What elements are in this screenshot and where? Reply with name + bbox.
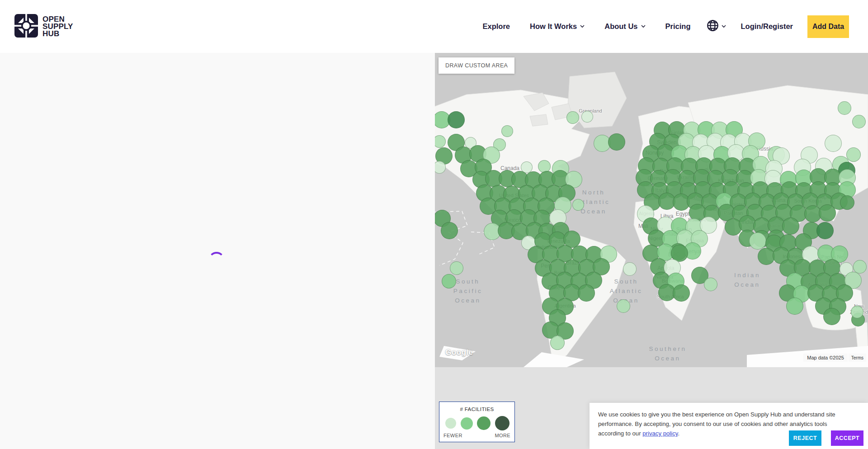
facility-cluster[interactable] [851,306,863,318]
map-panel: CanadaUnited StatesMexicoVenezuelaColomb… [435,53,868,449]
facilities-legend: # FACILITIES FEWER MORE [439,402,515,442]
logo-wordmark: OPEN SUPPLY HUB [42,16,73,38]
facility-cluster[interactable] [448,111,465,128]
facility-cluster[interactable] [704,278,717,291]
map-ocean-label: Indian Ocean [734,271,760,290]
facility-cluster[interactable] [819,204,836,222]
map-country-label: Egypt [676,211,690,217]
legend-scale-dot [477,416,491,430]
legend-scale-dot [461,417,473,430]
facility-cluster[interactable] [816,222,834,239]
language-selector[interactable] [707,19,726,33]
facility-cluster[interactable] [838,101,851,115]
privacy-policy-link[interactable]: privacy policy [642,430,678,437]
facility-cluster[interactable] [608,133,625,151]
nav-item-label: Pricing [665,22,691,31]
globe-icon [707,19,719,33]
facility-cluster[interactable] [450,261,463,275]
legend-scale-dot [445,418,456,429]
google-logo[interactable]: Google [445,348,473,357]
facility-cluster[interactable] [617,299,630,313]
facility-cluster[interactable] [442,274,456,288]
nav-item-label: About Us [604,22,637,31]
logo-line-3: HUB [42,30,73,38]
facility-cluster[interactable] [501,125,513,137]
map-ocean-label: South Pacific Ocean [453,277,482,306]
facility-cluster[interactable] [852,115,866,128]
nav-item-how-it-works[interactable]: How It Works [530,22,585,31]
facilities-map[interactable]: CanadaUnited StatesMexicoVenezuelaColomb… [435,53,868,367]
logo[interactable]: OPEN SUPPLY HUB [14,14,73,39]
cookie-text-after: . [678,430,679,437]
terms-link[interactable]: Terms [849,354,866,362]
map-attribution: Map data ©2025 Terms [803,354,866,362]
legend-scale-dot [495,416,509,430]
facility-cluster[interactable] [840,195,854,210]
facility-cluster[interactable] [846,147,861,162]
open-supply-hub-app: OPEN SUPPLY HUB ExploreHow It WorksAbout… [0,0,868,449]
facility-cluster[interactable] [782,217,799,235]
facility-cluster[interactable] [825,135,842,152]
login-register-link[interactable]: Login/Register [741,22,793,31]
cookie-reject-button[interactable]: REJECT [789,430,821,446]
facility-cluster[interactable] [749,232,766,250]
site-header: OPEN SUPPLY HUB ExploreHow It WorksAbout… [0,0,868,53]
nav-item-about-us[interactable]: About Us [604,22,645,31]
chevron-down-icon [580,25,585,28]
facility-cluster[interactable] [550,336,565,350]
facility-cluster[interactable] [566,111,579,124]
nav-item-label: How It Works [530,22,577,31]
facility-cluster[interactable] [623,262,637,276]
results-panel-loading [0,53,435,449]
cookie-actions: REJECT ACCEPT [789,430,863,446]
facility-cluster[interactable] [673,284,690,302]
facility-cluster[interactable] [786,298,803,315]
facility-cluster[interactable] [578,284,595,302]
cookie-banner: We use cookies to give you the best expe… [590,403,868,449]
nav-item-label: Explore [482,22,510,31]
draw-custom-area-button[interactable]: DRAW CUSTOM AREA [439,57,514,74]
logo-pinwheel-icon [14,14,38,39]
facility-cluster[interactable] [823,308,840,325]
main-content: CanadaUnited StatesMexicoVenezuelaColomb… [0,53,868,449]
facility-cluster[interactable] [441,222,458,239]
chevron-down-icon [641,25,646,28]
facility-cluster[interactable] [853,260,867,274]
main-nav: ExploreHow It WorksAbout UsPricing [482,22,690,31]
header-right-group: Login/Register Add Data [707,15,849,38]
legend-fewer-label: FEWER [443,433,462,438]
nav-item-explore[interactable]: Explore [482,22,510,31]
map-ocean-label: Southern Ocean [649,345,687,364]
legend-more-label: MORE [495,433,510,438]
facility-cluster[interactable] [581,111,593,123]
nav-item-pricing[interactable]: Pricing [665,22,691,31]
chevron-down-icon [722,25,726,28]
add-data-button[interactable]: Add Data [807,15,849,38]
map-data-copyright: Map data ©2025 [803,354,848,362]
loading-spinner [208,252,225,268]
facility-cluster[interactable] [572,199,584,211]
cookie-accept-button[interactable]: ACCEPT [831,430,863,446]
